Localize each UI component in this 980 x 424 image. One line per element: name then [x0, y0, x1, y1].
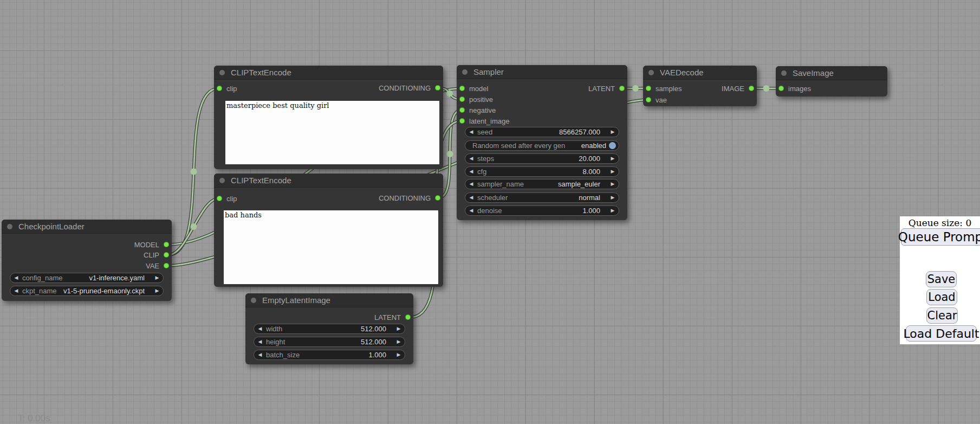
output-port-icon[interactable] [435, 85, 440, 91]
queue-size-label: Queue size: 0 [900, 217, 980, 228]
combo-widget-width[interactable]: ◀width512.000▶ [254, 324, 405, 334]
output-slot: CLIP [144, 250, 169, 260]
node-collapse-dot-icon[interactable] [648, 70, 654, 75]
node-clip-text-encode-negative[interactable]: CLIPTextEncodeclipCONDITIONINGbad hands [214, 174, 443, 287]
input-slot: vae [646, 95, 667, 105]
input-port-icon[interactable] [217, 196, 222, 201]
input-slot-label: clip [226, 85, 237, 93]
node-sampler[interactable]: Samplermodelpositivenegativelatent_image… [457, 65, 627, 220]
node-collapse-dot-icon[interactable] [781, 70, 787, 76]
prompt-textarea[interactable]: bad hands [224, 210, 438, 284]
save-button[interactable]: Save [926, 271, 957, 287]
node-collapse-dot-icon[interactable] [219, 70, 225, 75]
input-port-icon[interactable] [459, 97, 465, 102]
combo-widget-ckpt_name[interactable]: ◀ckpt_namev1-5-pruned-emaonly.ckpt▶ [10, 286, 164, 296]
load-button[interactable]: Load [926, 289, 957, 305]
decrement-arrow-icon[interactable]: ◀ [254, 324, 266, 334]
graph-canvas[interactable]: CheckpointLoaderMODELCLIPVAE◀config_name… [0, 0, 980, 424]
node-title-bar: CheckpointLoader [2, 220, 172, 234]
increment-arrow-icon[interactable]: ▶ [607, 192, 619, 203]
combo-widget-config_name[interactable]: ◀config_namev1-inference.yaml▶ [10, 273, 164, 283]
toggle-indicator-icon[interactable] [609, 142, 616, 149]
widget-value: v1-5-pruned-emaonly.ckpt [57, 287, 145, 295]
output-port-icon[interactable] [164, 263, 169, 268]
decrement-arrow-icon[interactable]: ◀ [465, 127, 477, 137]
input-slot: samples [646, 83, 682, 93]
node-collapse-dot-icon[interactable] [462, 69, 468, 75]
increment-arrow-icon[interactable]: ▶ [393, 337, 405, 347]
combo-widget-scheduler[interactable]: ◀schedulernormal▶ [465, 192, 619, 203]
input-port-icon[interactable] [459, 118, 465, 124]
combo-widget-sampler_name[interactable]: ◀sampler_namesample_euler▶ [465, 179, 619, 189]
node-checkpoint-loader[interactable]: CheckpointLoaderMODELCLIPVAE◀config_name… [2, 220, 172, 301]
node-title-bar: VAEDecode [643, 66, 757, 80]
decrement-arrow-icon[interactable]: ◀ [465, 205, 477, 216]
node-title-bar: EmptyLatentImage [245, 293, 413, 307]
combo-widget-seed[interactable]: ◀seed8566257.000▶ [465, 127, 619, 137]
output-port-icon[interactable] [619, 86, 625, 91]
output-port-icon[interactable] [164, 252, 169, 258]
combo-widget-denoise[interactable]: ◀denoise1.000▶ [465, 205, 619, 216]
output-port-icon[interactable] [435, 195, 440, 201]
widget-label: scheduler [477, 194, 508, 202]
toggle-widget-random-seed-after-every-gen[interactable]: Random seed after every genenabled [465, 140, 619, 151]
decrement-arrow-icon[interactable]: ◀ [465, 166, 477, 177]
input-slot-label: vae [656, 96, 667, 104]
input-port-icon[interactable] [778, 86, 784, 91]
decrement-arrow-icon[interactable]: ◀ [465, 179, 477, 189]
increment-arrow-icon[interactable]: ▶ [393, 350, 405, 360]
input-port-icon[interactable] [646, 97, 651, 102]
input-slot: model [459, 83, 488, 93]
decrement-arrow-icon[interactable]: ◀ [465, 153, 477, 164]
increment-arrow-icon[interactable]: ▶ [607, 205, 619, 216]
output-port-icon[interactable] [405, 314, 411, 320]
combo-widget-height[interactable]: ◀height512.000▶ [254, 337, 405, 347]
output-port-icon[interactable] [164, 242, 169, 247]
node-collapse-dot-icon[interactable] [251, 298, 256, 303]
output-port-icon[interactable] [749, 86, 754, 91]
decrement-arrow-icon[interactable]: ◀ [465, 192, 477, 203]
node-title-label: CheckpointLoader [18, 222, 85, 231]
input-port-icon[interactable] [459, 107, 465, 113]
node-clip-text-encode-positive[interactable]: CLIPTextEncodeclipCONDITIONINGmasterpiec… [214, 66, 443, 169]
execution-time-label: T: 0.00s [18, 413, 50, 424]
node-title-label: SaveImage [793, 68, 834, 78]
decrement-arrow-icon[interactable]: ◀ [254, 350, 266, 360]
combo-widget-cfg[interactable]: ◀cfg8.000▶ [465, 166, 619, 177]
node-empty-latent-image[interactable]: EmptyLatentImageLATENT◀width512.000▶◀hei… [245, 293, 413, 364]
node-collapse-dot-icon[interactable] [7, 224, 12, 229]
output-slot-label: CLIP [144, 251, 159, 259]
node-save-image[interactable]: SaveImageimages [776, 66, 887, 97]
widget-value: normal [508, 194, 600, 202]
prompt-textarea[interactable]: masterpiece best quality girl [225, 101, 439, 164]
increment-arrow-icon[interactable]: ▶ [151, 273, 163, 283]
queue-panel: Queue size: 0 Queue Prompt Save Load Cle… [900, 216, 980, 344]
node-title-label: CLIPTextEncode [231, 176, 291, 185]
output-slot: VAE [146, 261, 169, 271]
load-default-button[interactable]: Load Default [906, 325, 977, 342]
clear-button[interactable]: Clear [926, 307, 958, 324]
input-slot: clip [217, 83, 237, 93]
widget-label: ckpt_name [22, 287, 57, 295]
input-slot-label: samples [656, 85, 682, 93]
combo-widget-batch_size[interactable]: ◀batch_size1.000▶ [254, 350, 405, 360]
input-port-icon[interactable] [459, 86, 465, 91]
decrement-arrow-icon[interactable]: ◀ [10, 273, 22, 283]
node-vae-decode[interactable]: VAEDecodesamplesvaeIMAGE [643, 66, 757, 106]
input-port-icon[interactable] [646, 86, 651, 91]
increment-arrow-icon[interactable]: ▶ [607, 166, 619, 177]
combo-widget-steps[interactable]: ◀steps20.000▶ [465, 153, 619, 164]
increment-arrow-icon[interactable]: ▶ [607, 127, 619, 137]
widget-value: 8.000 [486, 168, 600, 176]
increment-arrow-icon[interactable]: ▶ [393, 324, 405, 334]
widget-label: width [266, 325, 282, 333]
decrement-arrow-icon[interactable]: ◀ [254, 337, 266, 347]
input-port-icon[interactable] [217, 86, 222, 91]
increment-arrow-icon[interactable]: ▶ [607, 153, 619, 164]
decrement-arrow-icon[interactable]: ◀ [10, 286, 22, 296]
queue-prompt-button[interactable]: Queue Prompt [901, 228, 980, 246]
input-slot-label: clip [226, 195, 237, 203]
increment-arrow-icon[interactable]: ▶ [607, 179, 619, 189]
node-collapse-dot-icon[interactable] [219, 178, 225, 183]
increment-arrow-icon[interactable]: ▶ [151, 286, 163, 296]
